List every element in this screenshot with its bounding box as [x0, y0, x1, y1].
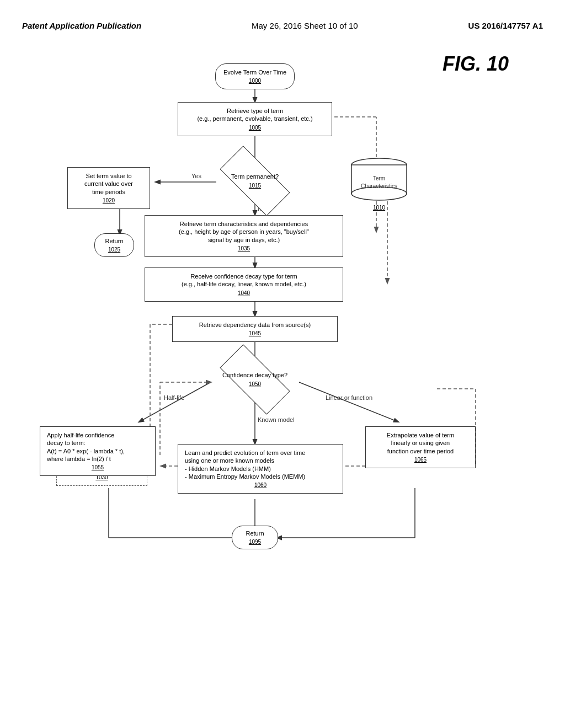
diagram-area: FIG. 10 — [23, 47, 542, 687]
page: Patent Application Publication May 26, 2… — [0, 0, 565, 728]
header: Patent Application Publication May 26, 2… — [22, 11, 543, 36]
node-1055: Apply half-life confidencedecay to term:… — [40, 426, 156, 476]
node-1040-box: Receive confidence decay type for term(e… — [145, 267, 343, 302]
node-1000: Evolve Term Over Time 1000 — [205, 63, 305, 89]
node-1060: Learn and predict evolution of term over… — [178, 444, 343, 494]
svg-text:Term: Term — [373, 175, 385, 181]
node-1015: Term permanent? 1015 — [205, 162, 305, 200]
svg-text:Known model: Known model — [258, 416, 295, 423]
node-1000-box: Evolve Term Over Time 1000 — [215, 63, 295, 89]
node-1025: Return 1025 — [87, 233, 142, 257]
node-1025-box: Return 1025 — [94, 233, 134, 257]
fig-label: FIG. 10 — [443, 52, 509, 76]
svg-text:Characteristics: Characteristics — [361, 183, 397, 189]
node-1035: Retrieve term characteristics and depend… — [145, 215, 343, 257]
node-1020-box: Set term value tocurrent value overtime … — [67, 167, 150, 209]
node-1020: Set term value tocurrent value overtime … — [67, 167, 150, 209]
node-1065: Extrapolate value of termlinearly or usi… — [365, 426, 476, 468]
node-1035-box: Retrieve term characteristics and depend… — [145, 215, 343, 257]
svg-text:Yes: Yes — [191, 173, 201, 179]
node-1040: Receive confidence decay type for term(e… — [145, 267, 343, 302]
svg-text:Linear or function: Linear or function — [326, 394, 372, 401]
header-center: May 26, 2016 Sheet 10 of 10 — [252, 21, 358, 30]
node-1055-box: Apply half-life confidencedecay to term:… — [40, 426, 156, 476]
svg-text:Half-life: Half-life — [164, 394, 184, 401]
header-left: Patent Application Publication — [22, 21, 141, 30]
node-1045-box: Retrieve dependency data from source(s) … — [172, 316, 338, 342]
cylinder-svg: Term Characteristics — [349, 157, 409, 201]
node-1010: Term Characteristics 1010 — [349, 157, 409, 211]
node-1045: Retrieve dependency data from source(s) … — [172, 316, 338, 342]
node-1050: Confidence decay type? 1050 — [194, 360, 316, 399]
header-right: US 2016/147757 A1 — [468, 21, 543, 30]
node-1005-box: Retrieve type of term(e.g., permanent, e… — [178, 102, 332, 136]
node-1005: Retrieve type of term(e.g., permanent, e… — [178, 102, 332, 136]
node-1095-box: Return 1095 — [232, 526, 278, 549]
node-1095: Return 1095 — [222, 526, 288, 549]
node-1065-box: Extrapolate value of termlinearly or usi… — [365, 426, 476, 468]
node-1060-box: Learn and predict evolution of term over… — [178, 444, 343, 494]
